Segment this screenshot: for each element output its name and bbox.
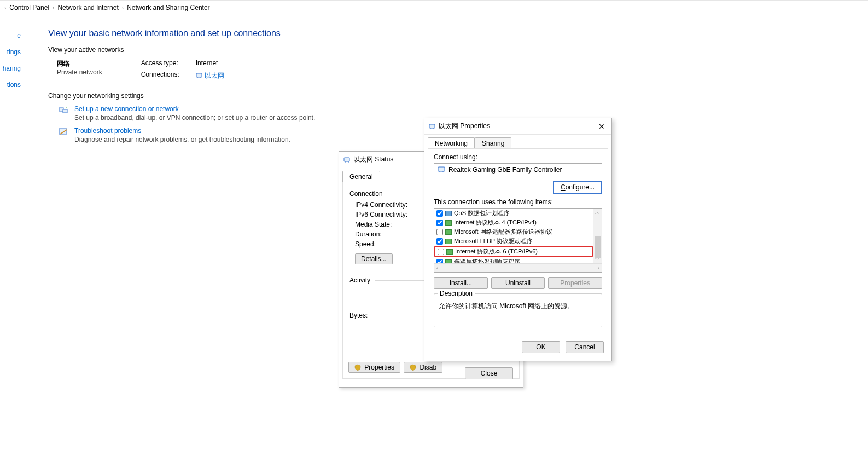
- connection-link-label: 以太网: [205, 71, 224, 80]
- description-group: Description 允许你的计算机访问 Microsoft 网络上的资源。: [434, 293, 602, 327]
- sidebar-item[interactable]: tions: [0, 81, 22, 89]
- protocol-label: 链路层拓扑发现响应程序: [454, 258, 520, 263]
- details-button[interactable]: Details...: [355, 253, 393, 264]
- nic-icon: [343, 157, 350, 163]
- main-content: View your basic network information and …: [48, 24, 431, 143]
- label-ipv4: IPv4 Connectivity:: [355, 201, 426, 209]
- protocol-checkbox[interactable]: [436, 210, 443, 217]
- scroll-right-icon[interactable]: ›: [597, 265, 601, 271]
- access-type-label: Access type:: [141, 59, 190, 68]
- ethernet-properties-dialog: 以太网 Properties ✕ Networking Sharing Conn…: [424, 118, 612, 361]
- link-setup-connection[interactable]: Set up a new connection or network: [74, 105, 315, 113]
- install-button[interactable]: Install...: [434, 277, 488, 289]
- divider: [148, 96, 431, 96]
- dialog-button-row: OK Cancel: [522, 341, 604, 353]
- protocol-checkbox[interactable]: [438, 249, 444, 255]
- sidebar-partial: e tings haring tions: [0, 25, 22, 89]
- protocol-checkbox[interactable]: [436, 220, 443, 226]
- adapter-icon: [438, 166, 445, 173]
- tab-networking[interactable]: Networking: [428, 137, 475, 149]
- vertical-divider: [130, 59, 130, 81]
- protocol-icon: [445, 259, 452, 264]
- protocol-item[interactable]: Internet 协议版本 4 (TCP/IPv4): [434, 218, 593, 227]
- sidebar-item[interactable]: tings: [0, 48, 22, 56]
- properties-button[interactable]: Properties: [348, 362, 400, 373]
- scroll-down-icon[interactable]: ﹀: [593, 256, 602, 263]
- breadcrumb[interactable]: › Control Panel › Network and Internet ›…: [0, 0, 868, 15]
- connection-link-ethernet[interactable]: 以太网: [196, 71, 224, 82]
- sidebar-item[interactable]: haring: [0, 65, 22, 72]
- items-listbox[interactable]: QoS 数据包计划程序Internet 协议版本 4 (TCP/IPv4)Mic…: [434, 208, 602, 273]
- protocol-checkbox[interactable]: [436, 229, 443, 235]
- sidebar-item[interactable]: e: [0, 32, 22, 39]
- description-legend: Description: [438, 290, 475, 297]
- section-active-networks: View your active networks: [48, 46, 431, 54]
- shield-icon: [354, 364, 361, 371]
- scrollbar-horizontal[interactable]: ‹ ›: [434, 263, 602, 272]
- status-button-row: Properties Disab: [348, 362, 442, 373]
- troubleshoot-icon: [58, 127, 69, 137]
- nic-icon: [196, 73, 202, 78]
- close-icon[interactable]: ✕: [596, 122, 607, 131]
- option-setup-connection: Set up a new connection or network Set u…: [58, 105, 431, 122]
- close-button[interactable]: Close: [465, 367, 513, 379]
- dialog-titlebar[interactable]: 以太网 Properties ✕: [424, 118, 611, 135]
- tab-general[interactable]: General: [342, 171, 380, 182]
- breadcrumb-item[interactable]: Network and Sharing Center: [127, 4, 209, 11]
- tab-body: Connect using: Realtek Gaming GbE Family…: [428, 148, 608, 345]
- scroll-thumb[interactable]: [595, 236, 601, 258]
- protocol-icon: [445, 220, 452, 226]
- dialog-title: 以太网 Status: [353, 155, 393, 164]
- label-duration: Duration:: [355, 230, 426, 238]
- label-bytes: Bytes:: [349, 311, 368, 319]
- protocol-item[interactable]: Internet 协议版本 6 (TCP/IPv6): [434, 246, 593, 257]
- svg-rect-0: [196, 73, 202, 77]
- protocol-label: Internet 协议版本 6 (TCP/IPv6): [455, 247, 538, 256]
- protocol-item[interactable]: Microsoft 网络适配器多路传送器协议: [434, 227, 593, 236]
- protocol-icon: [445, 229, 452, 235]
- tabstrip: Networking Sharing: [428, 137, 608, 148]
- scrollbar-vertical[interactable]: ︿ ﹀: [593, 209, 602, 263]
- protocol-label: QoS 数据包计划程序: [454, 209, 510, 217]
- access-type-value: Internet: [196, 59, 224, 68]
- install-uninstall-row: Install... Uninstall Properties: [434, 277, 602, 289]
- nic-icon: [429, 124, 435, 129]
- svg-rect-9: [429, 124, 435, 128]
- protocol-icon: [446, 249, 453, 255]
- button-label: Properties: [364, 363, 394, 371]
- section-change-settings: Change your networking settings: [48, 92, 431, 100]
- protocol-checkbox[interactable]: [436, 238, 443, 245]
- protocol-item[interactable]: QoS 数据包计划程序: [434, 209, 593, 218]
- breadcrumb-item[interactable]: Network and Internet: [57, 4, 118, 11]
- button-label: Disab: [420, 363, 436, 371]
- breadcrumb-item[interactable]: Control Panel: [9, 4, 49, 11]
- connect-using-label: Connect using:: [434, 153, 602, 161]
- section-label: View your active networks: [48, 46, 124, 54]
- tab-sharing[interactable]: Sharing: [475, 137, 511, 149]
- svg-rect-6: [344, 158, 349, 161]
- chevron-right-icon: ›: [4, 5, 6, 11]
- setup-connection-icon: [58, 105, 69, 115]
- protocol-item[interactable]: 链路层拓扑发现响应程序: [434, 257, 593, 263]
- item-properties-button: Properties: [548, 277, 602, 289]
- uninstall-button[interactable]: Uninstall: [491, 277, 545, 289]
- link-troubleshoot[interactable]: Troubleshoot problems: [74, 127, 290, 135]
- svg-rect-4: [63, 109, 67, 113]
- protocol-item[interactable]: Microsoft LLDP 协议驱动程序: [434, 236, 593, 246]
- label-media-state: Media State:: [355, 221, 426, 228]
- group-connection: Connection: [349, 190, 383, 198]
- label-speed: Speed:: [355, 240, 426, 248]
- protocol-icon: [445, 239, 452, 244]
- option-troubleshoot: Troubleshoot problems Diagnose and repai…: [58, 127, 431, 143]
- configure-button[interactable]: Configure...: [553, 181, 602, 194]
- scroll-left-icon[interactable]: ‹: [435, 265, 439, 271]
- adapter-field[interactable]: Realtek Gaming GbE Family Controller: [434, 163, 602, 176]
- scroll-up-icon[interactable]: ︿: [593, 209, 602, 216]
- ok-button[interactable]: OK: [522, 341, 560, 353]
- cancel-button[interactable]: Cancel: [566, 341, 604, 353]
- disable-button[interactable]: Disab: [404, 362, 442, 373]
- protocol-checkbox[interactable]: [436, 259, 443, 264]
- network-name: 网络: [57, 59, 102, 68]
- svg-rect-12: [438, 167, 445, 171]
- group-activity: Activity: [349, 276, 370, 284]
